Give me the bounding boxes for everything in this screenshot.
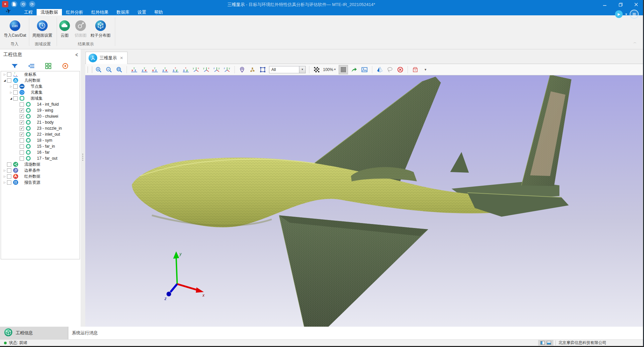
mirror-icon[interactable]	[376, 66, 384, 74]
tree-checkbox[interactable]: ✓	[20, 108, 24, 113]
tree-checkbox[interactable]	[7, 174, 11, 179]
tree-checkbox[interactable]	[20, 156, 24, 161]
display-filter-combo[interactable]: All▼	[269, 66, 306, 73]
view-right-icon[interactable]: zxy	[161, 66, 169, 74]
tree-item[interactable]: ▷红外数据	[1, 173, 80, 179]
tree-checkbox[interactable]	[7, 162, 11, 167]
panel-splitter[interactable]	[81, 49, 85, 327]
tree-item[interactable]: ▷边界条件	[1, 167, 80, 173]
ribbon-button-2[interactable]: 周期面设置	[32, 20, 53, 38]
tree-checkbox[interactable]	[13, 84, 18, 89]
combo-dropdown-icon[interactable]: ▼	[299, 66, 305, 73]
tree-item[interactable]: ✓22 - inlet_out	[1, 131, 80, 137]
view-iso-sw-icon[interactable]: zy	[223, 66, 231, 74]
lasso-icon[interactable]	[386, 66, 394, 74]
tree-checkbox[interactable]	[20, 144, 24, 149]
manual-icon[interactable]: ▥	[630, 10, 639, 19]
tree-expander-icon[interactable]: ▷	[2, 175, 7, 178]
system-message-bar[interactable]: 系统运行消息	[69, 327, 644, 339]
tree-item[interactable]: ✓19 - wing	[1, 107, 80, 113]
tree-checkbox[interactable]	[13, 90, 18, 95]
dropdown-caret-icon[interactable]: ▼	[625, 13, 628, 16]
tree-expander-icon[interactable]: ▷	[2, 73, 7, 76]
minimize-button[interactable]	[597, 0, 613, 9]
particle-select-icon[interactable]	[248, 66, 256, 74]
tree-checkbox[interactable]	[13, 96, 18, 101]
package-export-icon[interactable]	[411, 66, 419, 74]
zoom-fit-icon[interactable]	[115, 66, 123, 74]
view-iso-ne-icon[interactable]: yx	[192, 66, 200, 74]
dropdown-caret-icon[interactable]: ▼	[422, 66, 430, 74]
view-iso-se-icon[interactable]: zy	[213, 66, 221, 74]
tree-checkbox[interactable]: ✓	[20, 126, 24, 131]
tree-item[interactable]: 17 - far_out	[1, 155, 80, 161]
tree-checkbox[interactable]	[7, 168, 11, 173]
menu-item-2[interactable]: 流场数据	[37, 9, 62, 15]
panel-collapse-icon[interactable]: <	[75, 52, 78, 58]
tree-checkbox[interactable]	[7, 180, 11, 185]
tree-checkbox[interactable]	[20, 102, 24, 107]
grid-icon[interactable]	[44, 62, 52, 70]
tree-expander-icon[interactable]: ▷	[9, 85, 13, 88]
dropdown-caret-icon[interactable]: ▼	[334, 68, 336, 71]
view-front-icon[interactable]: xzy	[130, 66, 138, 74]
tree-item[interactable]: 流场数据	[1, 161, 80, 167]
menu-item-5[interactable]: 数据库	[113, 9, 134, 15]
tab-3d-view[interactable]: 三维显示 ✕	[86, 52, 128, 64]
tree-item[interactable]: ▷Yzx坐标系	[1, 71, 80, 77]
redo-icon[interactable]: ⟳	[29, 1, 35, 7]
tree-expander-icon[interactable]: ▷	[2, 169, 7, 172]
viewport-3d[interactable]: y x z	[85, 75, 643, 327]
box-select-icon[interactable]	[259, 66, 267, 74]
tree-checkbox[interactable]	[7, 72, 11, 77]
tree-expander-icon[interactable]: ◢	[9, 97, 13, 100]
tree-expander-icon[interactable]: ▷	[2, 181, 7, 184]
transparency-icon[interactable]	[313, 66, 321, 74]
tree-checkbox[interactable]	[20, 138, 24, 143]
zoom-percent-control[interactable]: 100%▼	[323, 67, 336, 72]
run-icon[interactable]: ▶	[615, 10, 623, 18]
clear-selection-icon[interactable]	[396, 66, 404, 74]
new-file-icon[interactable]	[11, 1, 17, 7]
tree-item[interactable]: 14 - int_fluid	[1, 101, 80, 107]
zoom-in-icon[interactable]	[95, 66, 103, 74]
ribbon-collapse-chevron-icon[interactable]: ︿	[633, 40, 637, 45]
tree-checkbox[interactable]: ✓	[20, 114, 24, 119]
tree-checkbox[interactable]: ✓	[20, 120, 24, 125]
tree-item[interactable]: ▷元素集	[1, 89, 80, 95]
tree-expander-icon[interactable]: ▷	[9, 91, 13, 94]
tree-checkbox[interactable]	[7, 78, 11, 83]
undo-icon[interactable]: ⟲	[20, 1, 26, 7]
locate-pin-icon[interactable]	[238, 66, 246, 74]
export-arrow-icon[interactable]	[350, 66, 358, 74]
tree-item[interactable]: ✓21 - body	[1, 119, 80, 125]
tree-item[interactable]: ▷报告资源	[1, 179, 80, 185]
view-back-icon[interactable]: zxy	[141, 66, 149, 74]
target-icon[interactable]	[61, 62, 69, 70]
project-info-footer-button[interactable]: 工程信息	[0, 327, 68, 339]
menu-item-3[interactable]: 红外分析	[62, 9, 87, 15]
tree-item[interactable]: ◢面域集	[1, 95, 80, 101]
menu-item-7[interactable]: 帮助	[150, 9, 167, 15]
menu-item-6[interactable]: 设置	[134, 9, 150, 15]
close-button[interactable]	[628, 0, 644, 9]
tree-checkbox[interactable]: ✓	[20, 132, 24, 137]
tree-item[interactable]: ◢几何数据	[1, 77, 80, 83]
view-left-icon[interactable]: xzy	[151, 66, 159, 74]
tree-item[interactable]: ✓23 - nozzle_in	[1, 125, 80, 131]
tab-close-icon[interactable]: ✕	[120, 56, 123, 60]
tree-item[interactable]: ✓20 - chuiwei	[1, 113, 80, 119]
app-logo-icon[interactable]: ✦	[2, 1, 8, 7]
layout-bottom-panel-icon[interactable]	[547, 341, 551, 345]
view-iso-nw-icon[interactable]: yx	[202, 66, 210, 74]
snapshot-icon[interactable]	[361, 66, 369, 74]
tree-expander-icon[interactable]: ◢	[2, 79, 7, 82]
view-bottom-icon[interactable]: zyx	[182, 66, 190, 74]
menu-item-1[interactable]: 工程	[20, 9, 37, 15]
tree-item[interactable]: 15 - far_in	[1, 143, 80, 149]
tree-item[interactable]: ▷节点集	[1, 83, 80, 89]
tree-checkbox[interactable]	[20, 150, 24, 155]
maximize-button[interactable]	[613, 0, 628, 9]
toolbar-grip[interactable]	[88, 66, 92, 73]
tree-item[interactable]: 18 - sym	[1, 137, 80, 143]
